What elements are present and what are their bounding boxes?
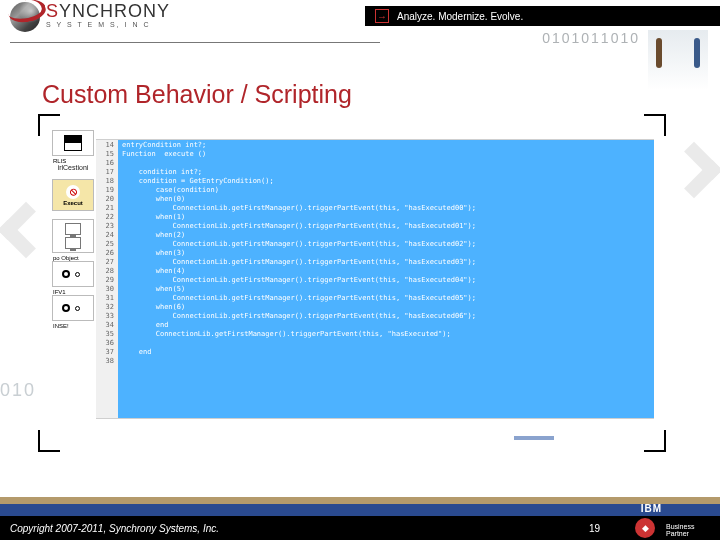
chevron-right-decor-icon (666, 142, 720, 199)
logo-orb-icon (10, 2, 40, 32)
screenshot-frame: RLIS irlCestioni ⦸Execut po Object IFV1 … (42, 118, 662, 448)
monitor-icon (65, 237, 81, 249)
logo-first-letter: S (46, 1, 59, 21)
stripe-blue (0, 504, 720, 516)
code-editor[interactable]: 1415161718192021222324252627282930313233… (96, 140, 654, 418)
connector-icon (70, 301, 84, 315)
tool-inse[interactable]: INSE! (52, 295, 94, 321)
no-entry-icon: ⦸ (66, 185, 80, 199)
state-icon (64, 135, 82, 151)
screenshot-body: RLIS irlCestioni ⦸Execut po Object IFV1 … (50, 126, 654, 440)
binary-left-decor: 010 (0, 380, 36, 401)
tool-label: INSE! (53, 323, 93, 329)
copyright: Copyright 2007-2011, Synchrony Systems, … (10, 523, 219, 534)
partner-text: Business Partner (666, 498, 694, 538)
monitor-icon (65, 223, 81, 235)
business-partner-badge: ◆ Business Partner (624, 498, 714, 538)
binary-decor: 0101011010 (542, 30, 640, 46)
partner-mark-icon: ◆ (624, 498, 666, 538)
tool-ifv1[interactable]: IFV1 (52, 261, 94, 287)
footer-bar: Copyright 2007-2011, Synchrony Systems, … (0, 516, 720, 540)
partner-line2: Partner (666, 530, 694, 538)
logo-rest: YNCHRONY (59, 1, 170, 21)
arrow-right-icon: → (375, 9, 389, 23)
code-footer (96, 418, 654, 430)
tool-rlis[interactable]: RLIS (52, 130, 94, 156)
logo-name: SYNCHRONY (46, 2, 170, 20)
line-gutter: 1415161718192021222324252627282930313233… (96, 140, 118, 418)
scrollbar[interactable] (514, 436, 554, 440)
tool-execute[interactable]: ⦸Execut (52, 179, 94, 211)
slide-title: Custom Behavior / Scripting (42, 80, 352, 109)
tool-strip: RLIS irlCestioni ⦸Execut po Object IFV1 … (50, 126, 96, 440)
tool-object[interactable]: po Object (52, 219, 94, 253)
code-header (96, 126, 654, 140)
tagline-bar: → Analyze. Modernize. Evolve. (365, 6, 720, 26)
tool-gestion[interactable]: irlCestioni (52, 164, 94, 171)
tagline-text: Analyze. Modernize. Evolve. (397, 11, 523, 22)
connector-icon (70, 267, 84, 281)
stripe-gold (0, 497, 720, 504)
partner-line1: Business (666, 523, 694, 531)
logo-subtitle: S Y S T E M S, I N C (46, 21, 170, 28)
header-rule (10, 42, 380, 43)
tool-label: irlCestioni (58, 164, 89, 171)
eye-icon (62, 270, 70, 278)
page-number: 19 (589, 523, 600, 534)
code-text[interactable]: entryCondition int?;Function execute () … (118, 140, 480, 418)
slide: SYNCHRONY S Y S T E M S, I N C → Analyze… (0, 0, 720, 540)
logo: SYNCHRONY S Y S T E M S, I N C (10, 2, 170, 32)
header: SYNCHRONY S Y S T E M S, I N C → Analyze… (0, 0, 720, 46)
tool-label: Execut (63, 200, 83, 206)
eye-icon (62, 304, 70, 312)
logo-text: SYNCHRONY S Y S T E M S, I N C (46, 2, 170, 28)
code-panel: 1415161718192021222324252627282930313233… (96, 126, 654, 440)
footer: Copyright 2007-2011, Synchrony Systems, … (0, 488, 720, 540)
figures-icon (648, 30, 708, 90)
